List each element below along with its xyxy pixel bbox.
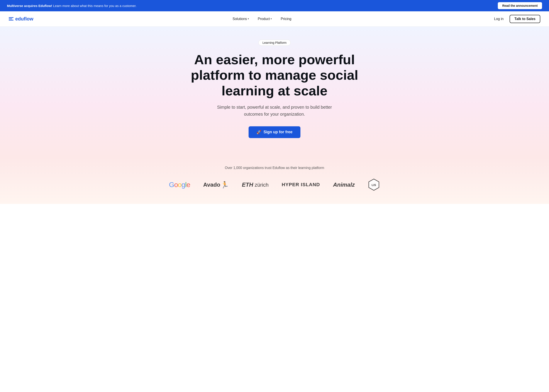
login-button[interactable]: Log in <box>491 15 507 23</box>
announcement-bar: Multiverse acquires Eduflow! Learn more … <box>0 0 549 11</box>
hero-subtitle: Simple to start, powerful at scale, and … <box>213 104 336 118</box>
logo-icon <box>9 17 14 21</box>
nav-product[interactable]: Product ▾ <box>254 15 275 23</box>
avado-logo: Avado🏃 <box>203 181 229 189</box>
nav-pricing-label: Pricing <box>281 17 291 21</box>
chevron-down-icon: ▾ <box>248 17 249 20</box>
google-logo: Google <box>169 181 190 189</box>
nav-links: Solutions ▾ Product ▾ Pricing <box>229 15 295 23</box>
signup-label: Sign up for free <box>263 130 292 134</box>
rocket-icon: 🚀 <box>256 130 261 135</box>
announcement-rest: Learn more about what this means for you… <box>53 4 137 8</box>
chevron-down-icon: ▾ <box>271 17 272 20</box>
trust-section: Over 1,000 organizations trust Eduflow a… <box>0 157 549 204</box>
nav-product-label: Product <box>258 17 270 21</box>
logo-text: eduflow <box>15 16 33 22</box>
eth-zurich-logo: ETH zürich <box>242 182 269 188</box>
announcement-text: Multiverse acquires Eduflow! Learn more … <box>7 4 493 8</box>
logo-link[interactable]: eduflow <box>9 16 33 22</box>
hyper-island-text: Hyper Island <box>282 182 320 188</box>
animalz-logo: Animalz <box>333 182 355 188</box>
lis-svg: LIS <box>368 179 380 191</box>
nav-actions: Log in Talk to Sales <box>491 15 540 23</box>
hero-title: An easier, more powerful platform to man… <box>176 52 373 98</box>
svg-text:LIS: LIS <box>372 183 376 187</box>
trust-text: Over 1,000 organizations trust Eduflow a… <box>9 166 540 170</box>
announcement-bold: Multiverse acquires Eduflow! <box>7 4 52 8</box>
talk-to-sales-button[interactable]: Talk to Sales <box>510 15 540 23</box>
hyper-island-logo: Hyper Island <box>282 182 320 188</box>
nav-solutions-label: Solutions <box>233 17 247 21</box>
partner-logos: Google Avado🏃 ETH zürich Hyper Island An… <box>9 179 540 191</box>
main-nav: eduflow Solutions ▾ Product ▾ Pricing Lo… <box>0 11 549 27</box>
lis-logo: LIS <box>368 179 380 191</box>
announcement-button[interactable]: Read the announcement <box>498 2 542 9</box>
nav-pricing[interactable]: Pricing <box>277 15 295 23</box>
nav-solutions[interactable]: Solutions ▾ <box>229 15 253 23</box>
signup-button[interactable]: 🚀 Sign up for free <box>249 126 300 138</box>
hero-badge: Learning Platform <box>258 40 291 46</box>
hero-section: Learning Platform An easier, more powerf… <box>0 27 549 157</box>
